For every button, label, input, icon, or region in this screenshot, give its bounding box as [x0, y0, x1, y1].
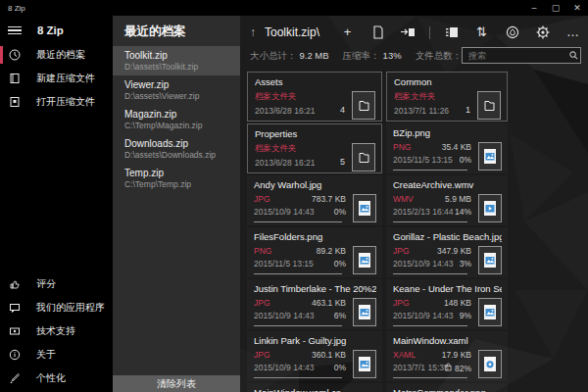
- view-list-icon[interactable]: [442, 26, 461, 38]
- video-icon: [478, 194, 502, 222]
- close-button[interactable]: ✕: [566, 0, 588, 16]
- folder-icon: [352, 91, 375, 120]
- sidebar-item-label: 最近的档案: [36, 48, 85, 62]
- image-icon: [478, 298, 502, 326]
- sidebar-item-open-archive[interactable]: 打开压缩文件: [0, 90, 113, 114]
- stat-value: 9.2 MB: [300, 50, 329, 61]
- folder-tile[interactable]: Assets 档案文件夹 2013/6/28 16:21 4: [247, 72, 382, 122]
- sidebar-item-our-apps[interactable]: 我们的应用程序: [0, 296, 113, 319]
- file-tile[interactable]: MainWindow.xaml XAML 2013/7/1 15:35 17.9…: [386, 331, 508, 381]
- file-date: 2013/6/28 16:21: [255, 106, 336, 116]
- file-tiles-grid: Assets 档案文件夹 2013/6/28 16:21 4 Common 档案…: [247, 72, 588, 392]
- sidebar-header: 8 Zip: [0, 18, 113, 43]
- settings-icon[interactable]: [533, 25, 552, 39]
- archive-name: Temp.zip: [124, 168, 228, 178]
- up-level-icon[interactable]: ↑: [250, 25, 256, 39]
- file-type-label: 档案文件夹: [394, 91, 462, 103]
- hamburger-menu-icon[interactable]: [8, 26, 22, 35]
- archive-path: D:\assets\Viewer.zip: [124, 91, 228, 101]
- file-tile[interactable]: Linkin Park - Guilty.jpg JPG 2015/10/9 1…: [247, 331, 382, 381]
- recent-archive-item[interactable]: Magazin.zip C:\Temp\Magazin.zip: [113, 105, 240, 134]
- search-input[interactable]: [463, 51, 566, 61]
- file-date: 2013/7/1 11:26: [394, 106, 462, 116]
- file-type-label: XAML: [393, 350, 438, 360]
- rate-icon: [8, 278, 21, 291]
- sidebar-item-support[interactable]: 技术支持: [0, 319, 113, 343]
- clock-icon: [8, 49, 21, 62]
- sidebar-item-personalize[interactable]: 个性化: [0, 367, 113, 390]
- compression-ratio: 3%: [460, 259, 471, 269]
- file-type-label: JPG: [254, 298, 308, 308]
- file-tile[interactable]: BZip.png PNG 2015/11/5 13:15 35.4 KB 0%: [386, 123, 508, 173]
- file-date: 2015/10/9 14:43: [254, 207, 308, 217]
- archive-content-panel: ↑ Toolkit.zip\ +⇅… 大小总计：9.2 MB压缩率：13%文件总…: [240, 16, 588, 392]
- tile-separator: [254, 325, 342, 326]
- extract-file-icon[interactable]: [368, 25, 387, 39]
- compression-ratio: 82%: [445, 363, 471, 373]
- search-icon[interactable]: [566, 51, 580, 60]
- sidebar-item-clock[interactable]: 最近的档案: [0, 43, 113, 67]
- recent-archive-item[interactable]: Toolkit.zip D:\assets\Toolkit.zip: [113, 46, 240, 75]
- stat-value: 13%: [383, 50, 402, 61]
- recent-archive-item[interactable]: Viewer.zip D:\assets\Viewer.zip: [113, 75, 240, 105]
- maximize-button[interactable]: ▢: [545, 0, 566, 16]
- sidebar-nav-bottom: 评分 我们的应用程序 技术支持 关于 个性化: [0, 272, 113, 392]
- file-name: Linkin Park - Guilty.jpg: [254, 335, 376, 346]
- main-header: ↑ Toolkit.zip\ +⇅…: [240, 16, 588, 43]
- file-tile[interactable]: CreateArchive.wmv WMV 2015/2/13 16:44 5.…: [386, 175, 508, 225]
- window-title: 8 Zip: [0, 4, 523, 13]
- compression-ratio: 6%: [334, 311, 346, 320]
- theme-icon[interactable]: [503, 25, 521, 39]
- archive-path: C:\Temp\Magazin.zip: [124, 121, 228, 130]
- file-name: MainWindow.xaml: [393, 335, 502, 346]
- file-date: 2013/6/28 16:21: [255, 158, 336, 168]
- clear-list-button[interactable]: 清除列表: [113, 375, 240, 392]
- file-tile[interactable]: FilesFolders.png PNG 2015/11/5 13:15 89.…: [247, 227, 382, 277]
- file-tile[interactable]: MainWindow.xaml.cs CS 3.4 KB: [247, 383, 382, 392]
- recent-archive-item[interactable]: Temp.zip C:\Temp\Temp.zip: [113, 164, 240, 193]
- file-type-label: 档案文件夹: [255, 91, 336, 103]
- recent-archive-item[interactable]: Downloads.zip D:\assets\Downloads.zip: [113, 134, 240, 164]
- file-tile[interactable]: Justin Timberlake - The 20%20 Experience…: [247, 279, 382, 329]
- search-box[interactable]: [462, 47, 581, 64]
- file-name: Gorillaz - Plastic Beach.jpg: [393, 231, 502, 242]
- file-tile[interactable]: Keane - Under The Iron Sea.jpg JPG 2015/…: [386, 279, 508, 329]
- file-date: 2015/10/9 14:43: [393, 259, 433, 269]
- sidebar-item-label: 我们的应用程序: [36, 301, 105, 315]
- image-icon: [353, 246, 376, 274]
- minimize-button[interactable]: –: [523, 0, 545, 16]
- tile-separator: [393, 377, 467, 378]
- breadcrumb[interactable]: Toolkit.zip\: [265, 25, 319, 39]
- file-name: Andy Warhol.jpg: [254, 179, 376, 190]
- file-tile[interactable]: Andy Warhol.jpg JPG 2015/10/9 14:43 783.…: [247, 175, 382, 225]
- file-tile[interactable]: Gorillaz - Plastic Beach.jpg JPG 2015/10…: [386, 227, 508, 277]
- compression-ratio: 14%: [455, 207, 471, 217]
- file-name: Assets: [255, 76, 375, 87]
- add-to-archive-icon[interactable]: [399, 26, 417, 38]
- tile-separator: [393, 221, 467, 222]
- folder-tile[interactable]: Properties 档案文件夹 2013/6/28 16:21 5: [247, 123, 382, 173]
- archive-name: Viewer.zip: [124, 79, 228, 90]
- sidebar-item-new-archive[interactable]: 新建压缩文件: [0, 67, 113, 90]
- folder-tile[interactable]: Common 档案文件夹 2013/7/1 11:26 1: [386, 72, 508, 122]
- sidebar-item-rate[interactable]: 评分: [0, 272, 113, 296]
- file-tile[interactable]: MetroCommander.png PNG 72.9 KB: [386, 383, 508, 392]
- file-name: CreateArchive.wmv: [393, 179, 502, 190]
- file-name: MetroCommander.png: [393, 387, 502, 392]
- tile-separator: [393, 325, 467, 326]
- sidebar-item-label: 评分: [36, 277, 56, 291]
- sidebar-item-label: 个性化: [36, 371, 66, 385]
- sort-icon[interactable]: ⇅: [472, 24, 491, 40]
- sidebar-item-about[interactable]: 关于: [0, 343, 113, 367]
- file-size: 347.9 KB: [437, 246, 471, 256]
- more-icon[interactable]: …: [564, 24, 582, 40]
- file-size: 360.1 KB: [312, 350, 346, 360]
- add-icon[interactable]: +: [338, 24, 357, 40]
- archive-name: Magazin.zip: [124, 109, 228, 120]
- archive-name: Toolkit.zip: [124, 50, 228, 61]
- recent-archives-panel: 最近的档案 Toolkit.zip D:\assets\Toolkit.zipV…: [113, 16, 240, 392]
- image-icon: [353, 350, 376, 378]
- archive-path: C:\Temp\Temp.zip: [124, 179, 228, 189]
- file-date: 2013/7/1 15:35: [393, 363, 438, 372]
- stat-label: 压缩率：: [343, 50, 380, 61]
